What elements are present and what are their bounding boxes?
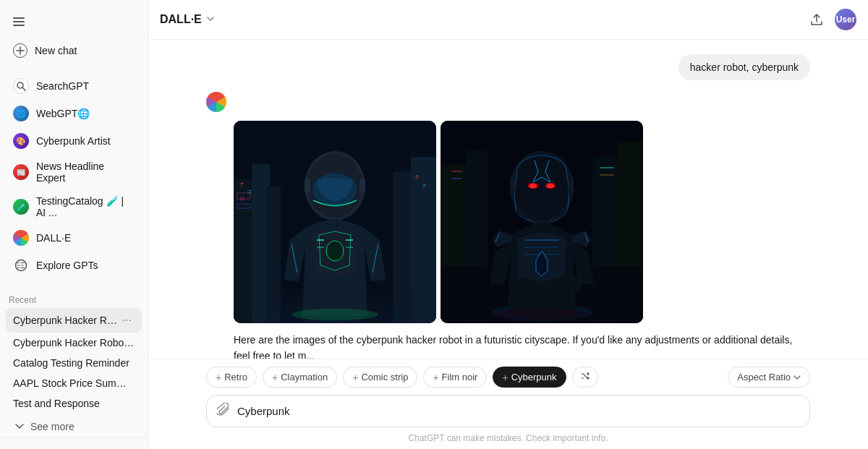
news-icon: 📰	[13, 164, 29, 180]
recent-item-cyberpunk-design[interactable]: Cyberpunk Hacker Robot Design	[6, 333, 142, 353]
recent-item-catalog[interactable]: Catalog Testing Reminder	[6, 353, 142, 373]
searchgpt-label: SearchGPT	[36, 80, 89, 92]
recent-item-label: Catalog Testing Reminder	[13, 357, 135, 369]
svg-text:ナ: ナ	[239, 181, 244, 187]
user-bubble: hacker robot, cyberpunk	[678, 54, 810, 80]
svg-rect-0	[13, 17, 25, 19]
aspect-ratio-button[interactable]: Aspect Ratio	[728, 367, 810, 388]
chip-plus-icon: +	[216, 372, 221, 383]
share-button[interactable]	[804, 7, 829, 32]
generated-image-1[interactable]: ナ コ ロ テ ク	[234, 121, 436, 323]
chip-plus-icon: +	[433, 372, 438, 383]
main-content: DALL·E User hacker robot, cyberpunk	[148, 0, 868, 449]
avatar-label: User	[836, 14, 856, 25]
see-more-label: See more	[30, 421, 75, 432]
cyberpunk-artist-label: Cyberpunk Artist	[36, 135, 111, 147]
chip-shuffle[interactable]	[572, 367, 598, 388]
message-input[interactable]	[237, 405, 799, 417]
svg-rect-26	[359, 179, 365, 193]
chat-area: hacker robot, cyberpunk	[148, 40, 868, 359]
header-right: User	[804, 7, 856, 32]
svg-point-27	[326, 241, 344, 261]
input-area	[206, 395, 810, 427]
chip-cyberpunk[interactable]: + Cyberpunk	[493, 367, 566, 388]
cyberpunk-artist-icon: 🎨	[13, 133, 29, 149]
sidebar-item-testing-catalog[interactable]: 🧪 TestingCatalog 🧪 | AI ...	[6, 189, 142, 224]
chip-retro[interactable]: + Retro	[206, 367, 257, 388]
image-grid: ナ コ ロ テ ク	[234, 121, 810, 323]
aspect-ratio-chevron-icon	[793, 374, 801, 381]
svg-point-28	[292, 309, 378, 320]
svg-text:ク: ク	[422, 183, 427, 188]
webgpt-label: WebGPT🌐	[36, 108, 90, 119]
sidebar-item-webgpt[interactable]: 🌐 WebGPT🌐	[6, 100, 142, 127]
chip-claymation[interactable]: + Claymation	[263, 367, 337, 388]
attach-button[interactable]	[217, 403, 230, 419]
assistant-text-content: Here are the images of the cyberpunk hac…	[234, 334, 792, 359]
recent-item-label: Test and Response	[13, 398, 135, 409]
chip-plus-icon: +	[272, 372, 278, 383]
svg-rect-25	[305, 179, 310, 193]
recent-item-aapl[interactable]: AAPL Stock Price Summary	[6, 373, 142, 393]
robot-image-1: ナ コ ロ テ ク	[234, 121, 436, 323]
user-message: hacker robot, cyberpunk	[206, 54, 810, 80]
svg-text:テ: テ	[414, 174, 420, 179]
new-chat-label: New chat	[35, 45, 77, 56]
svg-point-56	[495, 309, 589, 320]
svg-point-50	[529, 184, 537, 188]
user-avatar[interactable]: User	[835, 9, 856, 30]
recent-list: Cyberpunk Hacker Robot ··· Cyberpunk Hac…	[0, 308, 148, 416]
recent-item-label: AAPL Stock Price Summary	[13, 377, 135, 389]
chip-comic[interactable]: + Comic strip	[343, 367, 417, 388]
explore-gpts-label: Explore GPTs	[36, 260, 98, 271]
chip-comic-label: Comic strip	[361, 372, 408, 382]
assistant-message: ナ コ ロ テ ク	[206, 92, 810, 359]
catalog-icon: 🧪	[13, 199, 29, 215]
new-chat-button[interactable]: New chat	[6, 38, 142, 64]
search-icon	[13, 78, 29, 94]
sidebar-item-dalle[interactable]: DALL·E	[6, 224, 142, 252]
assistant-text: Here are the images of the cyberpunk hac…	[234, 332, 810, 359]
sidebar-top: New chat	[0, 6, 148, 69]
explore-icon	[13, 257, 29, 273]
globe-icon: 🌐	[13, 106, 29, 121]
recent-item-test-response[interactable]: Test and Response	[6, 393, 142, 414]
recent-item-label: Cyberpunk Hacker Robot Design	[13, 337, 135, 348]
robot-image-2	[441, 121, 643, 323]
header-chevron-icon[interactable]	[206, 14, 215, 25]
sidebar-item-explore[interactable]: Explore GPTs	[6, 252, 142, 279]
sidebar-item-news[interactable]: 📰 News Headline Expert	[6, 155, 142, 189]
chip-film-noir[interactable]: + Film noir	[423, 367, 487, 388]
aspect-ratio-label: Aspect Ratio	[737, 372, 791, 382]
generated-image-2[interactable]	[441, 121, 643, 323]
see-more-button[interactable]: See more	[6, 416, 142, 437]
svg-line-4	[22, 87, 25, 90]
news-label: News Headline Expert	[36, 161, 135, 184]
svg-point-47	[513, 154, 571, 221]
chip-plus-icon: +	[502, 372, 508, 383]
sidebar-item-cyberpunk-artist[interactable]: 🎨 Cyberpunk Artist	[6, 127, 142, 155]
recent-item-label: Cyberpunk Hacker Robot	[13, 315, 119, 326]
svg-text:ロ: ロ	[239, 196, 244, 201]
style-chips: + Retro + Claymation + Comic strip + Fil…	[206, 367, 810, 388]
workspace-item[interactable]: Add Team workspace Collaborate on a Team…	[6, 443, 142, 449]
recent-item-cyberpunk-hacker[interactable]: Cyberpunk Hacker Robot ···	[6, 308, 142, 333]
svg-rect-2	[13, 25, 25, 26]
recent-section-label: Recent	[0, 291, 148, 308]
shuffle-icon	[580, 371, 590, 383]
svg-point-51	[547, 184, 554, 188]
sidebar: New chat SearchGPT 🌐 WebGPT🌐 🎨 Cyberpunk…	[0, 0, 148, 449]
chip-plus-icon: +	[352, 372, 358, 383]
header-left: DALL·E	[160, 13, 215, 26]
assistant-text-ellipsis: ...	[306, 350, 315, 359]
toggle-sidebar-button[interactable]	[6, 9, 32, 35]
sidebar-item-searchgpt[interactable]: SearchGPT	[6, 72, 142, 100]
more-options-button[interactable]: ···	[119, 312, 135, 328]
chip-retro-label: Retro	[224, 372, 247, 382]
chevron-down-icon	[14, 422, 25, 432]
bottom-bar: + Retro + Claymation + Comic strip + Fil…	[148, 359, 868, 449]
header: DALL·E User	[148, 0, 868, 40]
footer-note-text: ChatGPT can make mistakes. Check importa…	[409, 433, 608, 443]
sidebar-bottom: Add Team workspace Collaborate on a Team…	[0, 437, 148, 449]
chip-film-noir-label: Film noir	[442, 372, 478, 382]
